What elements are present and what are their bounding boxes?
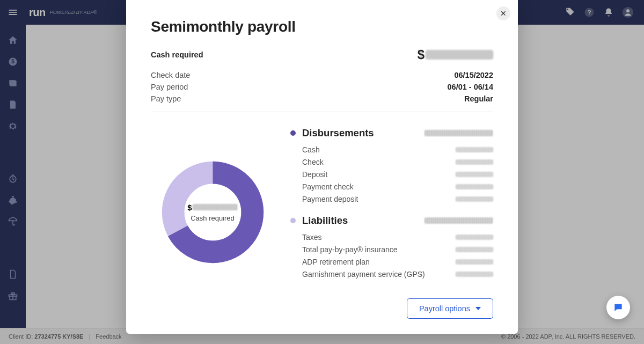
chevron-down-icon (475, 307, 481, 310)
cash-required-label: Cash required (151, 50, 203, 59)
line-item: Taxes (290, 231, 493, 243)
check-date-value: 06/15/2022 (454, 71, 493, 79)
redacted-amount (193, 204, 238, 210)
pay-type-value: Regular (464, 94, 493, 103)
redacted-amount (425, 217, 493, 224)
liabilities-title: Liabilities (302, 215, 348, 226)
cash-required-value: $ (418, 47, 493, 62)
donut-center-amount: $ (187, 203, 237, 212)
pay-period-value: 06/01 - 06/14 (448, 83, 493, 91)
redacted-amount (456, 184, 493, 189)
payroll-options-label: Payroll options (419, 304, 470, 313)
line-item: Total pay-by-pay® insurance (290, 243, 493, 255)
redacted-amount (456, 147, 493, 152)
divider (151, 112, 493, 112)
redacted-amount (456, 235, 493, 240)
donut-center-label: Cash required (191, 214, 235, 222)
check-date-label: Check date (151, 71, 190, 79)
redacted-amount (456, 172, 493, 177)
pay-period-label: Pay period (151, 83, 188, 91)
legend-dot-liabilities (290, 218, 296, 223)
cash-required-donut-chart: $ Cash required (160, 160, 265, 265)
redacted-amount (456, 259, 493, 265)
legend-dot-disbursements (290, 130, 296, 136)
line-item: Payment deposit (290, 193, 493, 205)
modal-title: Semimonthly payroll (151, 18, 493, 35)
redacted-amount (456, 196, 493, 202)
pay-type-label: Pay type (151, 94, 181, 103)
redacted-amount (425, 130, 493, 136)
line-item: Cash (290, 143, 493, 156)
line-item: Check (290, 156, 493, 168)
close-icon[interactable]: ✕ (496, 6, 510, 20)
redacted-amount (456, 159, 493, 165)
disbursements-title: Disbursements (302, 127, 374, 139)
chat-icon[interactable] (606, 296, 630, 319)
line-item: ADP retirement plan (290, 255, 493, 268)
payroll-modal: ✕ Semimonthly payroll Cash required $ Ch… (126, 0, 518, 334)
redacted-amount (456, 272, 493, 277)
line-item: Deposit (290, 168, 493, 180)
redacted-amount (456, 247, 493, 252)
redacted-amount (426, 50, 493, 60)
line-item: Garnishment payment service (GPS) (290, 268, 493, 280)
payroll-options-button[interactable]: Payroll options (407, 298, 493, 319)
line-item: Payment check (290, 180, 493, 193)
